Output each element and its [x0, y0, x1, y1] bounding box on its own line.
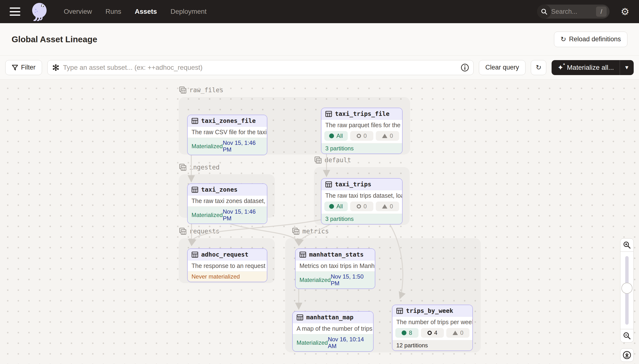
asset-node-manhattan-stats[interactable]: manhattan_stats Metrics on taxi trips in… [295, 248, 375, 289]
asset-group-icon [292, 228, 299, 235]
partitions-count: 3 partitions [325, 216, 354, 222]
materialized-dot-icon [329, 134, 334, 138]
nav-assets[interactable]: Assets [135, 8, 157, 16]
asset-node-trips-by-week[interactable]: trips_by_week The number of trips per we… [392, 304, 473, 351]
lineage-canvas[interactable]: raw_files ingested default requests metr… [0, 80, 639, 364]
reload-definitions-button[interactable]: ↻ Reload definitions [554, 32, 627, 47]
asset-materialization-date[interactable]: Nov 16, 10:14 AM [328, 336, 369, 350]
refresh-icon: ↻ [536, 64, 541, 71]
info-icon[interactable] [461, 64, 469, 72]
asset-node-taxi-trips[interactable]: taxi_trips The raw taxi trips dataset, l… [321, 178, 403, 224]
asset-name: taxi_zones_file [201, 117, 256, 124]
partitions-materialized-pill[interactable]: All [324, 131, 348, 141]
partitions-missing-pill[interactable]: 4 [421, 328, 444, 338]
partitions-materialized-pill[interactable]: All [324, 202, 348, 211]
reload-icon: ↻ [560, 36, 566, 43]
download-icon [622, 351, 631, 360]
asset-group-icon [179, 164, 186, 171]
refresh-button[interactable]: ↻ [531, 60, 546, 75]
table-icon [192, 118, 198, 124]
asset-description: The raw taxi trips dataset, loaded into … [321, 190, 402, 201]
asset-status: Materialized [297, 340, 328, 346]
partitions-materialized-pill[interactable]: 8 [395, 328, 418, 338]
partitions-count: 3 partitions [325, 145, 354, 152]
zoom-out-button[interactable] [620, 329, 634, 342]
clear-query-button[interactable]: Clear query [479, 60, 526, 75]
asset-materialization-date[interactable]: Nov 15, 1:50 PM [331, 273, 371, 287]
group-label-ingested[interactable]: ingested [179, 164, 220, 171]
asset-name: trips_by_week [406, 307, 453, 314]
asset-materialization-date[interactable]: Nov 15, 1:46 PM [223, 140, 263, 153]
page-header: Global Asset Lineage ↻ Reload definition… [0, 23, 639, 56]
asset-name: manhattan_stats [309, 251, 364, 258]
asset-name: manhattan_map [306, 314, 354, 321]
failed-triangle-icon [382, 134, 387, 138]
asset-node-adhoc-request[interactable]: adhoc_request The response to an request… [187, 248, 267, 282]
table-icon [192, 186, 198, 193]
asset-description: Metrics on taxi trips in Manhattan [296, 260, 375, 271]
nav-overview[interactable]: Overview [64, 8, 92, 16]
asset-group-icon [179, 86, 186, 94]
asset-name: adhoc_request [201, 251, 249, 258]
asset-description: The raw CSV file for the taxi zones dat.… [188, 127, 267, 138]
global-search[interactable]: / [537, 4, 609, 18]
asset-node-taxi-zones[interactable]: taxi_zones The raw taxi zones dataset, l… [187, 184, 267, 224]
asset-status: Materialized [192, 143, 223, 150]
partitions-failed-pill[interactable]: 0 [446, 328, 469, 338]
missing-ring-icon [357, 134, 361, 138]
hamburger-menu-icon[interactable] [10, 8, 20, 16]
sparkle-icon: ✦ [557, 64, 563, 71]
nav-runs[interactable]: Runs [106, 8, 121, 16]
partitions-failed-pill[interactable]: 0 [376, 131, 399, 141]
asset-node-manhattan-map[interactable]: manhattan_map A map of the number of tri… [292, 311, 374, 352]
materialize-dropdown-caret[interactable]: ▼ [620, 60, 634, 75]
asset-query-input[interactable] [63, 64, 457, 72]
zoom-slider[interactable] [620, 252, 634, 329]
table-icon [299, 251, 306, 258]
asset-name: taxi_zones [201, 186, 238, 193]
table-icon [396, 308, 403, 314]
table-icon [192, 251, 198, 258]
failed-triangle-icon [382, 204, 387, 208]
partitions-failed-pill[interactable]: 0 [376, 202, 399, 211]
partitions-missing-pill[interactable]: 0 [350, 131, 374, 141]
partitions-missing-pill[interactable]: 0 [350, 202, 374, 211]
filter-button[interactable]: Filter [5, 60, 42, 75]
asset-group-icon [314, 156, 322, 164]
settings-gear-icon[interactable]: ⚙ [621, 7, 629, 16]
zoom-controls [620, 238, 634, 362]
asset-materialization-date[interactable]: Nov 15, 1:46 PM [223, 208, 263, 222]
asset-graph-icon [52, 64, 60, 72]
asset-status: Never materialized [192, 273, 240, 280]
asset-node-taxi-zones-file[interactable]: taxi_zones_file The raw CSV file for the… [187, 115, 267, 155]
search-input[interactable] [551, 8, 587, 16]
table-icon [297, 314, 303, 321]
materialized-dot-icon [329, 204, 334, 209]
group-label-metrics[interactable]: metrics [292, 228, 329, 235]
missing-ring-icon [427, 331, 432, 335]
partitions-count: 12 partitions [396, 342, 428, 349]
search-icon [537, 4, 551, 18]
zoom-in-icon [623, 241, 631, 249]
group-label-raw-files[interactable]: raw_files [179, 86, 223, 94]
asset-description: The raw parquet files for the taxi trips… [321, 120, 402, 130]
dagster-logo[interactable] [31, 2, 48, 21]
missing-ring-icon [357, 204, 361, 208]
group-label-requests[interactable]: requests [179, 228, 220, 235]
group-label-default[interactable]: default [314, 156, 351, 164]
download-image-button[interactable] [620, 348, 634, 362]
search-shortcut-badge: / [596, 6, 607, 17]
asset-query-field[interactable] [47, 60, 474, 75]
materialize-all-button[interactable]: ✦ Materialize all... [551, 60, 620, 75]
zoom-in-button[interactable] [620, 238, 634, 252]
asset-description: A map of the number of trips per taxi z.… [293, 323, 373, 334]
nav-deployment[interactable]: Deployment [171, 8, 207, 16]
asset-description: The response to an request made in th... [188, 260, 267, 271]
materialized-dot-icon [402, 330, 406, 335]
materialize-all-split-button[interactable]: ✦ Materialize all... ▼ [551, 60, 634, 75]
zoom-slider-thumb[interactable] [621, 283, 632, 294]
top-navigation-bar: Overview Runs Assets Deployment / ⚙ [0, 0, 639, 23]
asset-description: The number of trips per week, aggreg... [392, 317, 472, 328]
asset-node-taxi-trips-file[interactable]: taxi_trips_file The raw parquet files fo… [321, 108, 403, 154]
primary-nav: Overview Runs Assets Deployment [64, 8, 207, 16]
